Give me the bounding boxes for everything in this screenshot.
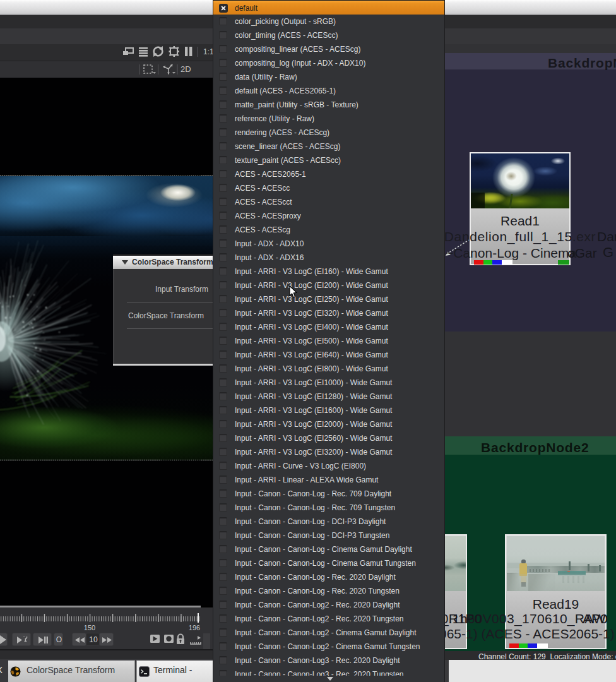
svg-text:2D: 2D	[181, 64, 191, 74]
